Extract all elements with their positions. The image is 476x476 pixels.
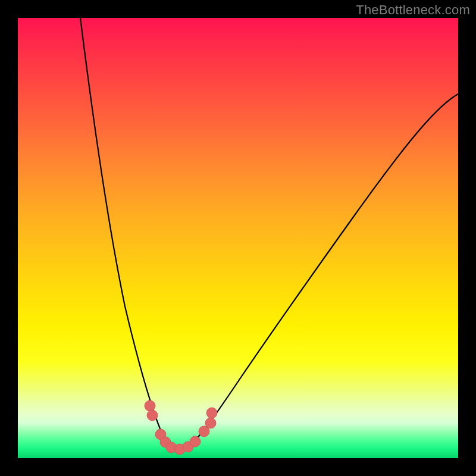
curve-marker — [145, 400, 155, 411]
curve-marker — [190, 436, 201, 447]
curve-marker — [205, 418, 216, 428]
marker-layer — [145, 400, 217, 455]
outer-frame: TheBottleneck.com — [0, 0, 476, 476]
curve-marker — [147, 410, 158, 421]
curve-marker — [206, 408, 217, 418]
watermark-text: TheBottleneck.com — [356, 2, 470, 18]
plot-area — [18, 18, 458, 458]
curve-markers — [18, 18, 458, 458]
